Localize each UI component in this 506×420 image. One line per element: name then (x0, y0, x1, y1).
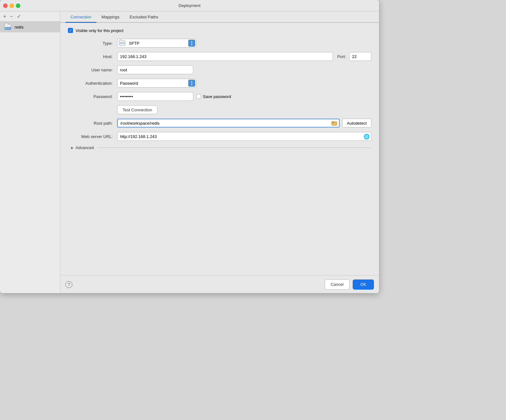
tab-mappings[interactable]: Mappings (97, 11, 124, 23)
advanced-label: Advanced (76, 145, 94, 150)
host-input[interactable] (117, 52, 333, 61)
maximize-button[interactable] (16, 3, 20, 8)
window-title: Deployment (178, 3, 200, 8)
root-path-label: Root path: (68, 121, 117, 126)
tabs: Connection Mappings Excluded Paths (60, 11, 379, 23)
add-server-button[interactable]: + (3, 14, 7, 19)
username-label: User name: (68, 68, 117, 72)
traffic-lights[interactable] (3, 3, 20, 8)
sidebar-toolbar: + − ✓ (0, 11, 60, 22)
remove-server-button[interactable]: − (9, 14, 13, 19)
ok-button[interactable]: OK (353, 279, 374, 290)
confirm-button[interactable]: ✓ (16, 13, 22, 19)
globe-icon-button[interactable]: 🌐 (363, 134, 370, 140)
test-connection-row: Test Connection (68, 105, 371, 114)
dialog-buttons: Cancel OK (325, 279, 374, 290)
type-select-wrapper: SFTP SFTP FTP FTPS Local ▲ ▼ (117, 39, 196, 48)
app-body: + − ✓ SFTP redis Connection Mappings Exc… (0, 11, 379, 293)
type-select[interactable]: SFTP FTP FTPS Local (117, 39, 196, 48)
auth-row: Authentication: Password Key pair OpenSS… (68, 79, 371, 88)
host-row: Host: Port: (68, 52, 371, 61)
autodetect-button[interactable]: Autodetect (342, 119, 371, 128)
sftp-icon: SFTP (3, 23, 12, 30)
save-password-checkbox[interactable] (196, 94, 201, 99)
host-label: Host: (68, 54, 117, 59)
save-password-checkbox-row[interactable]: Save password (196, 94, 231, 99)
web-server-url-label: Web server URL: (68, 134, 117, 139)
visible-only-checkbox[interactable]: ✓ (68, 28, 73, 33)
title-bar: Deployment (0, 0, 379, 11)
password-label: Password: (68, 94, 117, 99)
password-row: Password: Save password (68, 92, 371, 101)
web-server-url-row: Web server URL: 🌐 (68, 132, 371, 141)
bottom-bar: ? Cancel OK (60, 275, 379, 293)
help-button[interactable]: ? (65, 281, 72, 288)
minimize-button[interactable] (10, 3, 14, 8)
root-path-input-wrap (117, 119, 340, 128)
sidebar-item-label: redis (15, 25, 23, 30)
port-input[interactable] (349, 52, 371, 61)
type-label: Type: (68, 41, 117, 46)
close-button[interactable] (3, 3, 8, 8)
visible-only-label: Visible only for this project (76, 28, 123, 33)
save-password-label: Save password (203, 94, 231, 99)
cancel-button[interactable]: Cancel (325, 279, 350, 290)
auth-label: Authentication: (68, 81, 117, 86)
tab-connection[interactable]: Connection (65, 11, 97, 23)
auth-select-wrapper: Password Key pair OpenSSH config ▲ ▼ (117, 79, 196, 88)
form-area: ✓ Visible only for this project Type: SF… (60, 23, 379, 275)
root-path-input[interactable] (120, 121, 331, 126)
username-input[interactable] (117, 65, 193, 74)
content-area: Connection Mappings Excluded Paths ✓ Vis… (60, 11, 379, 293)
test-connection-button[interactable]: Test Connection (117, 105, 157, 114)
sftp-select-icon: SFTP (119, 41, 125, 46)
type-row: Type: SFTP SFTP FTP FTPS (68, 39, 371, 48)
advanced-section[interactable]: ▶ Advanced (68, 145, 371, 150)
tab-excluded-paths[interactable]: Excluded Paths (124, 11, 163, 23)
username-row: User name: (68, 65, 371, 74)
browse-folder-button[interactable] (331, 120, 338, 126)
svg-rect-2 (332, 121, 334, 123)
visible-only-row: ✓ Visible only for this project (68, 28, 371, 33)
web-server-url-input[interactable] (120, 134, 363, 139)
port-label: Port: (337, 54, 346, 59)
advanced-triangle-icon: ▶ (71, 146, 74, 149)
web-url-wrap: 🌐 (117, 132, 371, 141)
sidebar-item-redis[interactable]: SFTP redis (0, 22, 60, 32)
advanced-divider (97, 148, 371, 148)
password-input[interactable] (117, 92, 193, 101)
auth-select[interactable]: Password Key pair OpenSSH config (117, 79, 196, 88)
sidebar: + − ✓ SFTP redis (0, 11, 60, 293)
root-path-row: Root path: (68, 119, 371, 128)
